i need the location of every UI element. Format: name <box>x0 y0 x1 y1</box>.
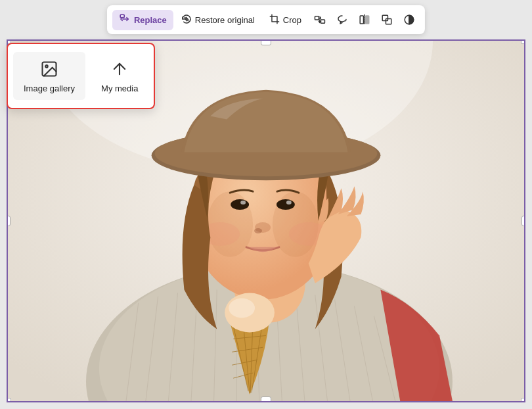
svg-rect-4 <box>315 16 319 20</box>
lasso-icon <box>336 14 348 26</box>
image-gallery-item[interactable]: Image gallery <box>13 52 85 100</box>
crop-button[interactable]: Crop <box>263 11 308 30</box>
my-media-icon <box>109 59 130 80</box>
replace-label: Replace <box>134 15 167 25</box>
handle-bottom[interactable] <box>261 397 271 402</box>
restore-icon <box>181 14 192 26</box>
contrast-icon <box>403 14 415 26</box>
handle-corner-br[interactable] <box>521 398 525 402</box>
svg-rect-9 <box>382 15 388 20</box>
replace-icon <box>119 13 131 27</box>
toolbar: Replace Restore original <box>107 5 425 34</box>
restore-button[interactable]: Restore original <box>175 11 261 30</box>
svg-point-33 <box>231 199 249 210</box>
crop-label: Crop <box>283 15 301 25</box>
handle-corner-bl[interactable] <box>7 398 11 402</box>
image-gallery-icon <box>39 59 60 80</box>
overlay-icon <box>381 14 393 26</box>
crop-icon <box>269 14 280 26</box>
reflect-icon-button[interactable] <box>354 9 375 30</box>
restore-label: Restore original <box>195 15 255 25</box>
svg-point-34 <box>277 199 295 210</box>
reflect-icon <box>359 14 370 26</box>
svg-point-52 <box>229 299 255 318</box>
my-media-item[interactable]: My media <box>91 52 148 100</box>
contrast-icon-button[interactable] <box>399 9 420 30</box>
svg-rect-5 <box>321 20 325 23</box>
handle-left[interactable] <box>7 216 11 226</box>
my-media-label: My media <box>101 84 138 93</box>
image-gallery-label: Image gallery <box>24 84 75 93</box>
handle-right[interactable] <box>521 216 525 226</box>
svg-rect-7 <box>366 16 369 24</box>
canvas-area: Replace Restore original <box>0 0 532 409</box>
svg-point-36 <box>286 201 292 204</box>
swap-icon-button[interactable] <box>309 9 330 30</box>
lasso-icon-button[interactable] <box>332 9 353 30</box>
svg-point-54 <box>45 65 48 68</box>
svg-point-38 <box>254 228 262 233</box>
dropdown-menu: Image gallery My media <box>7 43 155 109</box>
svg-rect-6 <box>360 16 363 24</box>
swap-icon <box>314 14 326 26</box>
handle-corner-tr[interactable] <box>521 39 525 44</box>
svg-point-35 <box>240 201 246 204</box>
replace-button[interactable]: Replace <box>112 10 173 30</box>
handle-top[interactable] <box>261 39 271 45</box>
overlay-icon-button[interactable] <box>376 9 397 30</box>
svg-rect-10 <box>386 19 391 24</box>
